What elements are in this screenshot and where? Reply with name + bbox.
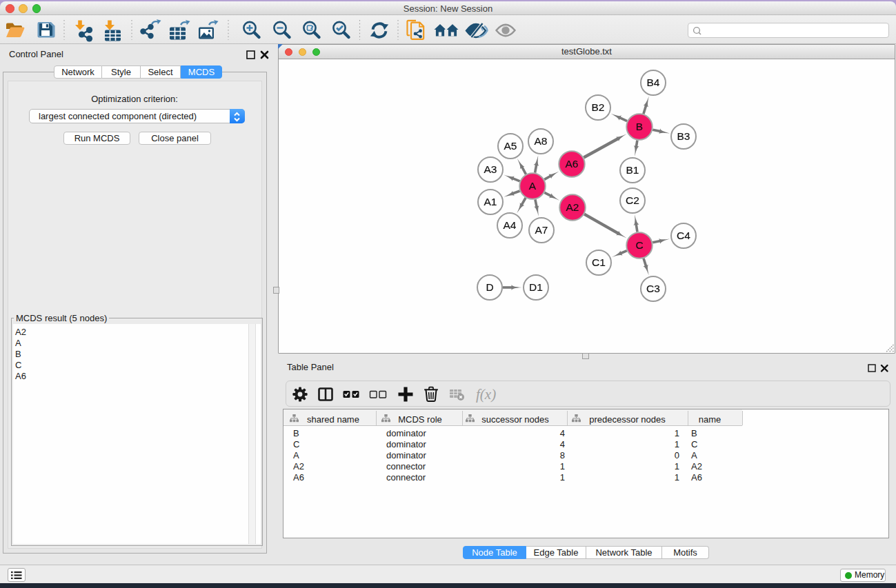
svg-text:D: D	[486, 281, 493, 293]
svg-text:A1: A1	[484, 196, 497, 207]
svg-text:A5: A5	[504, 140, 517, 152]
svg-text:A7: A7	[535, 224, 548, 236]
svg-text:C4: C4	[677, 230, 690, 241]
svg-text:A4: A4	[504, 219, 517, 231]
svg-text:B4: B4	[647, 77, 660, 88]
svg-text:B3: B3	[677, 130, 690, 142]
svg-text:D1: D1	[529, 281, 543, 293]
svg-text:A6: A6	[566, 158, 579, 170]
svg-text:C3: C3	[646, 283, 660, 294]
svg-text:B: B	[636, 121, 643, 132]
svg-text:A8: A8	[535, 135, 548, 147]
svg-text:C: C	[635, 239, 643, 251]
svg-text:A2: A2	[566, 201, 579, 213]
svg-text:A3: A3	[484, 163, 497, 175]
svg-text:A: A	[529, 180, 537, 192]
svg-text:C1: C1	[592, 256, 606, 268]
svg-text:B2: B2	[592, 101, 605, 113]
svg-text:B1: B1	[626, 164, 639, 176]
svg-text:C2: C2	[626, 194, 639, 206]
